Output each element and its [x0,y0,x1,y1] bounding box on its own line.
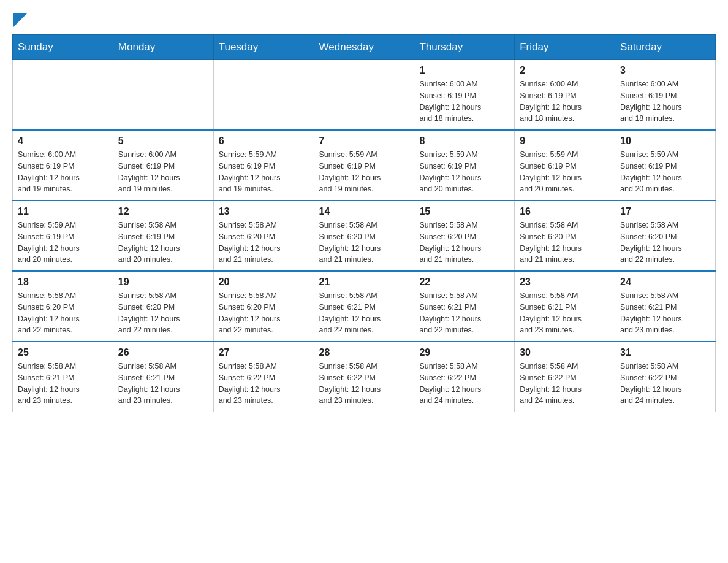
day-info: Sunrise: 5:58 AMSunset: 6:20 PMDaylight:… [219,290,309,336]
day-info: Sunrise: 5:58 AMSunset: 6:21 PMDaylight:… [520,290,610,336]
day-info: Sunrise: 5:58 AMSunset: 6:22 PMDaylight:… [419,361,509,407]
day-number: 2 [520,65,610,76]
logo [12,12,27,22]
svg-marker-0 [13,13,27,27]
day-number: 20 [219,277,309,288]
column-header-monday: Monday [113,35,213,60]
column-header-tuesday: Tuesday [213,35,314,60]
calendar-cell: 21Sunrise: 5:58 AMSunset: 6:21 PMDayligh… [314,271,414,342]
calendar-table: SundayMondayTuesdayWednesdayThursdayFrid… [12,34,716,412]
calendar-cell: 30Sunrise: 5:58 AMSunset: 6:22 PMDayligh… [515,342,615,412]
day-number: 1 [419,65,509,76]
page-header [12,12,716,22]
day-info: Sunrise: 5:59 AMSunset: 6:19 PMDaylight:… [419,149,509,195]
day-info: Sunrise: 5:58 AMSunset: 6:20 PMDaylight:… [118,290,208,336]
calendar-cell [314,60,414,131]
day-number: 8 [419,136,509,147]
day-info: Sunrise: 6:00 AMSunset: 6:19 PMDaylight:… [419,79,509,124]
logo-triangle-icon [13,13,27,27]
calendar-week-row: 18Sunrise: 5:58 AMSunset: 6:20 PMDayligh… [13,271,716,342]
day-info: Sunrise: 5:59 AMSunset: 6:19 PMDaylight:… [520,149,610,195]
day-info: Sunrise: 5:58 AMSunset: 6:20 PMDaylight:… [319,220,409,266]
day-info: Sunrise: 5:58 AMSunset: 6:20 PMDaylight:… [620,220,710,266]
calendar-cell: 14Sunrise: 5:58 AMSunset: 6:20 PMDayligh… [314,201,414,271]
calendar-cell: 24Sunrise: 5:58 AMSunset: 6:21 PMDayligh… [615,271,716,342]
calendar-week-row: 25Sunrise: 5:58 AMSunset: 6:21 PMDayligh… [13,342,716,412]
calendar-cell [13,60,113,131]
calendar-cell: 4Sunrise: 6:00 AMSunset: 6:19 PMDaylight… [13,130,113,201]
day-info: Sunrise: 5:58 AMSunset: 6:20 PMDaylight:… [520,220,610,266]
day-number: 21 [319,277,409,288]
day-number: 6 [219,136,309,147]
calendar-cell: 26Sunrise: 5:58 AMSunset: 6:21 PMDayligh… [113,342,213,412]
day-info: Sunrise: 5:58 AMSunset: 6:20 PMDaylight:… [219,220,309,266]
day-info: Sunrise: 5:58 AMSunset: 6:21 PMDaylight:… [620,290,710,336]
calendar-cell: 18Sunrise: 5:58 AMSunset: 6:20 PMDayligh… [13,271,113,342]
column-header-friday: Friday [515,35,615,60]
calendar-cell: 23Sunrise: 5:58 AMSunset: 6:21 PMDayligh… [515,271,615,342]
day-number: 16 [520,206,610,217]
day-number: 14 [319,206,409,217]
day-number: 3 [620,65,710,76]
calendar-cell: 15Sunrise: 5:58 AMSunset: 6:20 PMDayligh… [414,201,515,271]
calendar-cell: 8Sunrise: 5:59 AMSunset: 6:19 PMDaylight… [414,130,515,201]
day-number: 30 [520,347,610,358]
calendar-cell: 9Sunrise: 5:59 AMSunset: 6:19 PMDaylight… [515,130,615,201]
day-number: 24 [620,277,710,288]
column-header-saturday: Saturday [615,35,716,60]
calendar-cell: 20Sunrise: 5:58 AMSunset: 6:20 PMDayligh… [213,271,314,342]
calendar-cell: 22Sunrise: 5:58 AMSunset: 6:21 PMDayligh… [414,271,515,342]
day-number: 18 [18,277,108,288]
day-info: Sunrise: 5:58 AMSunset: 6:22 PMDaylight:… [620,361,710,407]
day-number: 10 [620,136,710,147]
calendar-cell: 6Sunrise: 5:59 AMSunset: 6:19 PMDaylight… [213,130,314,201]
day-number: 12 [118,206,208,217]
calendar-cell: 5Sunrise: 6:00 AMSunset: 6:19 PMDaylight… [113,130,213,201]
day-number: 11 [18,206,108,217]
calendar-cell: 11Sunrise: 5:59 AMSunset: 6:19 PMDayligh… [13,201,113,271]
calendar-cell: 3Sunrise: 6:00 AMSunset: 6:19 PMDaylight… [615,60,716,131]
calendar-cell [213,60,314,131]
column-header-sunday: Sunday [13,35,113,60]
day-info: Sunrise: 6:00 AMSunset: 6:19 PMDaylight:… [118,149,208,195]
day-number: 19 [118,277,208,288]
calendar-cell: 13Sunrise: 5:58 AMSunset: 6:20 PMDayligh… [213,201,314,271]
day-number: 27 [219,347,309,358]
calendar-cell: 27Sunrise: 5:58 AMSunset: 6:22 PMDayligh… [213,342,314,412]
day-info: Sunrise: 5:58 AMSunset: 6:20 PMDaylight:… [419,220,509,266]
calendar-cell: 1Sunrise: 6:00 AMSunset: 6:19 PMDaylight… [414,60,515,131]
calendar-cell: 12Sunrise: 5:58 AMSunset: 6:19 PMDayligh… [113,201,213,271]
day-info: Sunrise: 5:58 AMSunset: 6:22 PMDaylight:… [219,361,309,407]
day-number: 31 [620,347,710,358]
calendar-cell: 17Sunrise: 5:58 AMSunset: 6:20 PMDayligh… [615,201,716,271]
day-number: 5 [118,136,208,147]
day-number: 29 [419,347,509,358]
day-info: Sunrise: 5:59 AMSunset: 6:19 PMDaylight:… [18,220,108,266]
day-info: Sunrise: 6:00 AMSunset: 6:19 PMDaylight:… [620,79,710,124]
day-info: Sunrise: 5:58 AMSunset: 6:21 PMDaylight:… [18,361,108,407]
calendar-cell: 10Sunrise: 5:59 AMSunset: 6:19 PMDayligh… [615,130,716,201]
calendar-cell: 31Sunrise: 5:58 AMSunset: 6:22 PMDayligh… [615,342,716,412]
day-number: 23 [520,277,610,288]
day-number: 17 [620,206,710,217]
day-number: 25 [18,347,108,358]
day-number: 26 [118,347,208,358]
calendar-week-row: 11Sunrise: 5:59 AMSunset: 6:19 PMDayligh… [13,201,716,271]
calendar-cell: 29Sunrise: 5:58 AMSunset: 6:22 PMDayligh… [414,342,515,412]
day-info: Sunrise: 5:58 AMSunset: 6:21 PMDaylight:… [319,290,409,336]
day-number: 4 [18,136,108,147]
column-header-wednesday: Wednesday [314,35,414,60]
calendar-cell: 28Sunrise: 5:58 AMSunset: 6:22 PMDayligh… [314,342,414,412]
calendar-cell: 19Sunrise: 5:58 AMSunset: 6:20 PMDayligh… [113,271,213,342]
day-info: Sunrise: 5:59 AMSunset: 6:19 PMDaylight:… [219,149,309,195]
day-info: Sunrise: 5:58 AMSunset: 6:21 PMDaylight:… [118,361,208,407]
day-info: Sunrise: 5:59 AMSunset: 6:19 PMDaylight:… [620,149,710,195]
calendar-cell: 2Sunrise: 6:00 AMSunset: 6:19 PMDaylight… [515,60,615,131]
day-info: Sunrise: 5:58 AMSunset: 6:22 PMDaylight:… [319,361,409,407]
calendar-week-row: 4Sunrise: 6:00 AMSunset: 6:19 PMDaylight… [13,130,716,201]
day-number: 15 [419,206,509,217]
day-number: 22 [419,277,509,288]
day-number: 7 [319,136,409,147]
day-number: 28 [319,347,409,358]
day-info: Sunrise: 5:58 AMSunset: 6:20 PMDaylight:… [18,290,108,336]
